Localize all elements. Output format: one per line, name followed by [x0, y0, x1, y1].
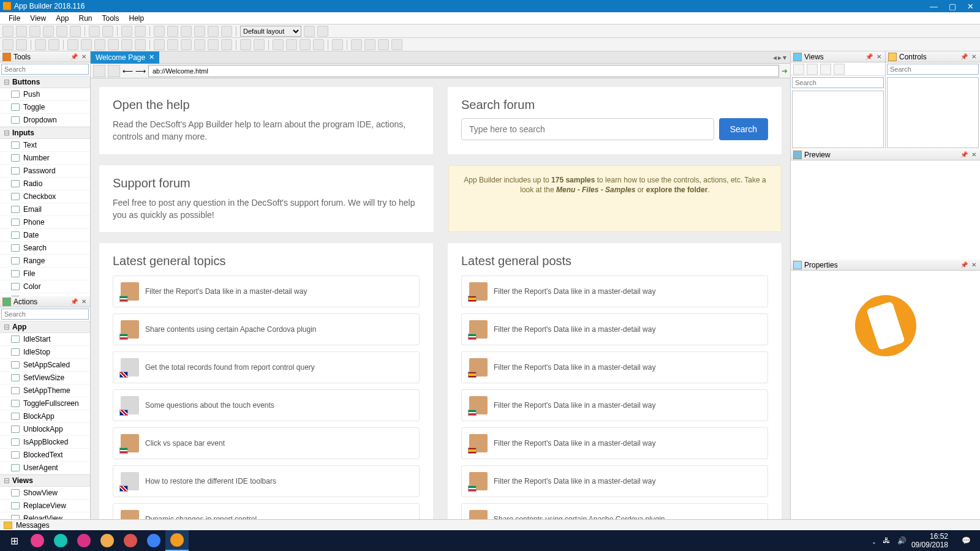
- toolbar-button[interactable]: [208, 26, 219, 37]
- toolbar-button[interactable]: [2, 39, 13, 50]
- tree-item[interactable]: UnblockApp: [0, 423, 90, 436]
- tree-item[interactable]: ReloadView: [0, 512, 90, 519]
- taskbar-app[interactable]: [49, 530, 72, 551]
- forum-item[interactable]: Filter the Report's Data like in a maste…: [461, 351, 768, 383]
- tree-item[interactable]: IdleStop: [0, 346, 90, 359]
- tree-item[interactable]: Email: [0, 203, 90, 216]
- tree-item[interactable]: Radio: [0, 178, 90, 190]
- tree-item[interactable]: UserAgent: [0, 462, 90, 474]
- tray-network-icon[interactable]: 🖧: [883, 536, 890, 545]
- toolbar-button[interactable]: [221, 39, 232, 50]
- messages-panel-tab[interactable]: Messages: [0, 519, 980, 530]
- toolbar-button[interactable]: [391, 39, 402, 50]
- toolbar-button[interactable]: [304, 26, 315, 37]
- toolbar-button[interactable]: [135, 39, 146, 50]
- tree-item[interactable]: SetAppTheme: [0, 384, 90, 397]
- tab-prev-icon[interactable]: ◂: [773, 53, 777, 62]
- forum-item[interactable]: Filter the Report's Data like in a maste…: [461, 427, 768, 459]
- refresh-button[interactable]: [108, 65, 120, 77]
- toolbar-button[interactable]: [121, 26, 132, 37]
- tree-item[interactable]: Toggle: [0, 101, 90, 114]
- tree-item[interactable]: Phone: [0, 216, 90, 229]
- menu-file[interactable]: File: [4, 13, 25, 24]
- toolbar-button[interactable]: [48, 39, 59, 50]
- tree-item[interactable]: Range: [0, 255, 90, 268]
- tree-item[interactable]: BlockedText: [0, 449, 90, 462]
- tree-group[interactable]: Buttons: [0, 76, 90, 88]
- toolbar-button[interactable]: [300, 39, 311, 50]
- toolbar-button[interactable]: [16, 26, 27, 37]
- tree-item[interactable]: Push: [0, 88, 90, 101]
- toolbar-button[interactable]: [194, 39, 205, 50]
- taskbar-app[interactable]: [26, 530, 49, 551]
- forum-item[interactable]: Share contents using certain Apache Cord…: [461, 503, 768, 519]
- toolbar-button[interactable]: [56, 26, 67, 37]
- forum-item[interactable]: Some questions about the touch events: [113, 389, 420, 421]
- nav-back-icon[interactable]: ⟵: [123, 67, 133, 75]
- toolbar-button[interactable]: [167, 39, 178, 50]
- remove-view-button[interactable]: [807, 64, 818, 75]
- toolbar-button[interactable]: [208, 39, 219, 50]
- tree-item[interactable]: Color: [0, 280, 90, 293]
- forum-item[interactable]: Get the total records found from report …: [113, 351, 420, 383]
- taskbar-app[interactable]: [96, 530, 119, 551]
- toolbar-button[interactable]: [313, 39, 324, 50]
- taskbar-clock[interactable]: 16:52 09/09/2018: [911, 532, 954, 550]
- tree-item[interactable]: Date: [0, 229, 90, 242]
- pin-icon[interactable]: 📌: [960, 261, 968, 269]
- toolbar-button[interactable]: [378, 39, 389, 50]
- toolbar-button[interactable]: [221, 26, 232, 37]
- menu-run[interactable]: Run: [74, 13, 97, 24]
- taskbar-app-active[interactable]: [165, 530, 189, 551]
- toolbar-button[interactable]: [254, 39, 265, 50]
- home-button[interactable]: [93, 65, 105, 77]
- forum-item[interactable]: How to restore the different IDE toolbar…: [113, 465, 420, 497]
- forum-item[interactable]: Click vs space bar event: [113, 427, 420, 459]
- toolbar-button[interactable]: [181, 26, 192, 37]
- toolbar-button[interactable]: [102, 26, 113, 37]
- close-icon[interactable]: ✕: [970, 151, 978, 159]
- add-view-button[interactable]: [793, 64, 804, 75]
- close-icon[interactable]: ✕: [80, 298, 88, 305]
- tree-item[interactable]: ShowView: [0, 487, 90, 500]
- pin-icon[interactable]: 📌: [865, 53, 873, 61]
- taskbar-app[interactable]: [142, 530, 165, 551]
- tree-item[interactable]: IdleStart: [0, 333, 90, 346]
- toolbar-button[interactable]: [35, 39, 46, 50]
- menu-app[interactable]: App: [51, 13, 74, 24]
- toolbar-button[interactable]: [108, 39, 119, 50]
- close-button[interactable]: ✕: [967, 2, 974, 11]
- taskbar-app[interactable]: [72, 530, 96, 551]
- forum-item[interactable]: Filter the Report's Data like in a maste…: [461, 313, 768, 345]
- forum-item[interactable]: Filter the Report's Data like in a maste…: [461, 465, 768, 497]
- toolbar-button[interactable]: [181, 39, 192, 50]
- toolbar-button[interactable]: [240, 39, 251, 50]
- toolbar-button[interactable]: [351, 39, 362, 50]
- maximize-button[interactable]: ▢: [949, 2, 956, 11]
- forum-item[interactable]: Filter the Report's Data like in a maste…: [461, 276, 768, 307]
- toolbar-button[interactable]: [154, 26, 165, 37]
- tools-search-input[interactable]: [1, 64, 89, 75]
- start-button[interactable]: ⊞: [2, 530, 26, 551]
- actions-search-input[interactable]: [1, 309, 89, 320]
- tray-volume-icon[interactable]: 🔊: [897, 536, 907, 545]
- toolbar-button[interactable]: [194, 26, 205, 37]
- toolbar-button[interactable]: [332, 39, 343, 50]
- address-input[interactable]: [148, 65, 779, 77]
- toolbar-button[interactable]: [43, 26, 54, 37]
- toolbar-button[interactable]: [167, 26, 178, 37]
- forum-search-input[interactable]: [461, 118, 714, 140]
- toolbar-button[interactable]: [94, 39, 105, 50]
- toolbar-button[interactable]: [16, 39, 27, 50]
- move-down-button[interactable]: [834, 64, 845, 75]
- tree-item[interactable]: Checkbox: [0, 190, 90, 203]
- menu-help[interactable]: Help: [124, 13, 149, 24]
- views-search-input[interactable]: [792, 77, 884, 88]
- tree-item[interactable]: Text: [0, 139, 90, 152]
- tray-chevron-icon[interactable]: ꞈ: [873, 536, 875, 545]
- menu-tools[interactable]: Tools: [97, 13, 124, 24]
- tree-item[interactable]: SetViewSize: [0, 372, 90, 384]
- move-up-button[interactable]: [820, 64, 831, 75]
- tab-list-icon[interactable]: ▾: [783, 53, 786, 62]
- forum-item[interactable]: Dynamic changes in report control: [113, 503, 420, 519]
